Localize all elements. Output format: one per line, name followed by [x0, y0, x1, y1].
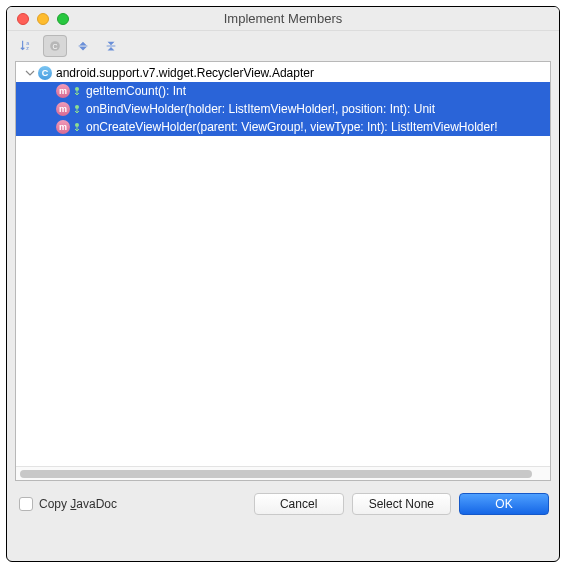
class-icon: C — [38, 66, 52, 80]
tree-member-row[interactable]: m onCreateViewHolder(parent: ViewGroup!,… — [16, 118, 550, 136]
tree-parent-row[interactable]: C android.support.v7.widget.RecyclerView… — [16, 64, 550, 82]
zoom-icon[interactable] — [57, 13, 69, 25]
svg-rect-5 — [107, 46, 116, 47]
window-title: Implement Members — [7, 11, 559, 26]
group-by-class-icon: C — [48, 39, 62, 53]
svg-text:z: z — [26, 45, 29, 51]
tree-parent-label: android.support.v7.widget.RecyclerView.A… — [56, 66, 314, 80]
dialog-footer: Copy JavaDoc Cancel Select None OK — [7, 481, 559, 527]
svg-point-6 — [75, 87, 79, 91]
override-icon — [72, 104, 82, 114]
select-none-button[interactable]: Select None — [352, 493, 451, 515]
tree-member-label: onCreateViewHolder(parent: ViewGroup!, v… — [86, 120, 498, 134]
tree-member-row[interactable]: m getItemCount(): Int — [16, 82, 550, 100]
horizontal-scrollbar[interactable] — [16, 466, 550, 480]
sort-alpha-button[interactable]: a z — [15, 35, 39, 57]
select-none-label: Select None — [369, 497, 434, 511]
method-icon: m — [56, 102, 70, 116]
method-icon: m — [56, 120, 70, 134]
svg-rect-4 — [79, 46, 88, 47]
sort-alpha-icon: a z — [20, 39, 34, 53]
svg-point-7 — [75, 105, 79, 109]
copy-javadoc-label: Copy JavaDoc — [39, 497, 117, 511]
titlebar: Implement Members — [7, 7, 559, 31]
method-icon: m — [56, 84, 70, 98]
scrollbar-thumb[interactable] — [20, 470, 532, 478]
dialog-window: Implement Members a z C — [6, 6, 560, 562]
tree-member-row[interactable]: m onBindViewHolder(holder: ListItemViewH… — [16, 100, 550, 118]
minimize-icon[interactable] — [37, 13, 49, 25]
svg-text:C: C — [52, 43, 57, 50]
checkbox-icon[interactable] — [19, 497, 33, 511]
tree-body[interactable]: C android.support.v7.widget.RecyclerView… — [16, 62, 550, 466]
copy-javadoc-checkbox[interactable]: Copy JavaDoc — [19, 497, 117, 511]
override-icon — [72, 86, 82, 96]
override-icon — [72, 122, 82, 132]
tree-member-label: getItemCount(): Int — [86, 84, 186, 98]
chevron-down-icon[interactable] — [24, 68, 36, 78]
group-by-class-button[interactable]: C — [43, 35, 67, 57]
svg-point-8 — [75, 123, 79, 127]
traffic-lights — [7, 13, 69, 25]
toolbar: a z C — [7, 31, 559, 61]
collapse-all-button[interactable] — [99, 35, 123, 57]
tree-member-label: onBindViewHolder(holder: ListItemViewHol… — [86, 102, 435, 116]
expand-all-icon — [76, 39, 90, 53]
expand-all-button[interactable] — [71, 35, 95, 57]
member-tree: C android.support.v7.widget.RecyclerView… — [15, 61, 551, 481]
ok-button[interactable]: OK — [459, 493, 549, 515]
cancel-label: Cancel — [280, 497, 317, 511]
ok-label: OK — [495, 497, 512, 511]
collapse-all-icon — [104, 39, 118, 53]
close-icon[interactable] — [17, 13, 29, 25]
cancel-button[interactable]: Cancel — [254, 493, 344, 515]
